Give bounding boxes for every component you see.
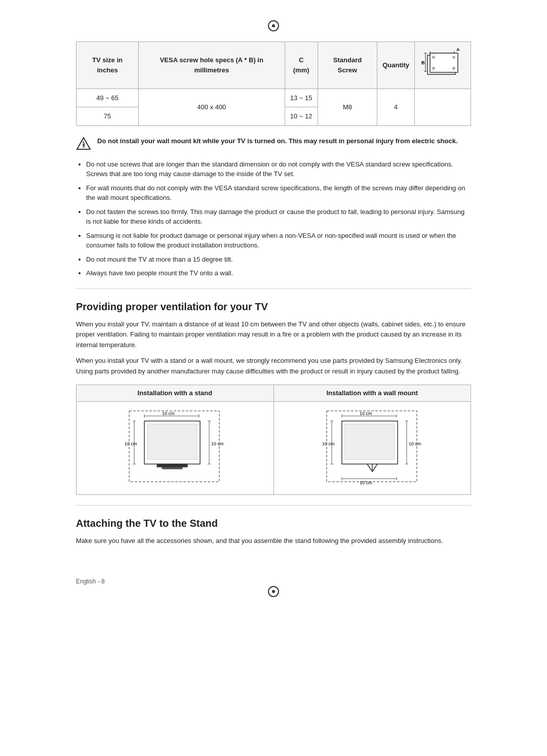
svg-rect-20 [147, 424, 197, 459]
svg-text:10 cm: 10 cm [211, 441, 224, 446]
col-header-vesa: VESA screw hole specs (A * B) in millime… [139, 42, 285, 89]
row2-tv-size: 75 [76, 107, 139, 126]
ventilation-para1: When you install your TV, maintain a dis… [76, 319, 471, 351]
bottom-decorative-circle [76, 586, 471, 597]
bullet-item: For wall mounts that do not comply with … [86, 183, 471, 203]
svg-text:10 cm: 10 cm [125, 441, 137, 446]
row-vesa: 400 x 400 [139, 89, 285, 125]
stand-para: Make sure you have all the accessories s… [76, 536, 471, 547]
row1-c-mm: 13 ~ 15 [285, 89, 318, 107]
vesa-specs-table: TV size in inches VESA screw hole specs … [76, 41, 471, 126]
row-screw: M8 [318, 89, 377, 125]
wall-diagram-svg: 10 cm 10 cm 10 cm 10 cm [322, 406, 423, 487]
row-qty: 4 [377, 89, 415, 125]
svg-line-40 [372, 464, 377, 472]
section-divider-2 [76, 505, 471, 506]
svg-line-38 [367, 464, 372, 472]
circle-decoration [268, 20, 279, 31]
bullet-item: Do not mount the TV at more than a 15 de… [86, 255, 471, 265]
warning-box: ! Do not install your wall mount kit whi… [76, 136, 471, 151]
top-decorative-circle [76, 20, 471, 31]
svg-text:A: A [456, 47, 460, 52]
row1-tv-size: 49 ~ 65 [76, 89, 139, 107]
installation-diagrams: Installation with a stand 10 cm 10 cm [76, 385, 471, 495]
svg-text:10 cm: 10 cm [360, 411, 372, 416]
panel-wall-title: Installation with a wall mount [274, 385, 471, 402]
circle-decoration-bottom [268, 586, 279, 597]
col-header-diagram: A B [414, 42, 471, 89]
bullet-list: Do not use screws that are longer than t… [86, 159, 471, 278]
ventilation-heading: Providing proper ventilation for your TV [76, 299, 471, 314]
svg-rect-21 [157, 464, 187, 467]
screw-diagram-svg: A B [420, 46, 465, 81]
svg-rect-22 [162, 467, 182, 469]
row2-c-mm: 10 ~ 12 [285, 107, 318, 126]
section-divider [76, 288, 471, 289]
bullet-item: Samsung is not liable for product damage… [86, 231, 471, 250]
page-number: English - 8 [76, 578, 105, 585]
svg-text:B: B [421, 60, 425, 65]
bullet-item: Do not use screws that are longer than t… [86, 159, 471, 179]
warning-text: Do not install your wall mount kit while… [97, 136, 458, 146]
bullet-item: Always have two people mount the TV onto… [86, 268, 471, 278]
stand-heading: Attaching the TV to the Stand [76, 516, 471, 531]
svg-rect-37 [345, 424, 395, 459]
diagram-cell [414, 89, 471, 125]
panel-stand-title: Installation with a stand [76, 385, 274, 402]
col-header-quantity: Quantity [377, 42, 415, 89]
warning-icon: ! [76, 136, 91, 151]
col-header-standard-screw: Standard Screw [318, 42, 377, 89]
bullet-item: Do not fasten the screws too firmly. Thi… [86, 207, 471, 227]
svg-text:10 cm: 10 cm [162, 411, 175, 416]
install-panel-stand: Installation with a stand 10 cm 10 cm [76, 385, 274, 494]
stand-diagram-svg: 10 cm 10 cm 10 cm [124, 406, 225, 487]
col-header-c-mm: C (mm) [285, 42, 318, 89]
install-panel-wall: Installation with a wall mount 10 cm 10 … [274, 385, 471, 494]
svg-point-16 [83, 141, 84, 143]
ventilation-para2: When you install your TV with a stand or… [76, 356, 471, 377]
svg-text:10 cm: 10 cm [409, 441, 421, 446]
svg-text:10 cm: 10 cm [360, 480, 372, 485]
page-footer: English - 8 [76, 577, 471, 586]
col-header-tv-size: TV size in inches [76, 42, 139, 89]
svg-text:10 cm: 10 cm [322, 441, 335, 446]
